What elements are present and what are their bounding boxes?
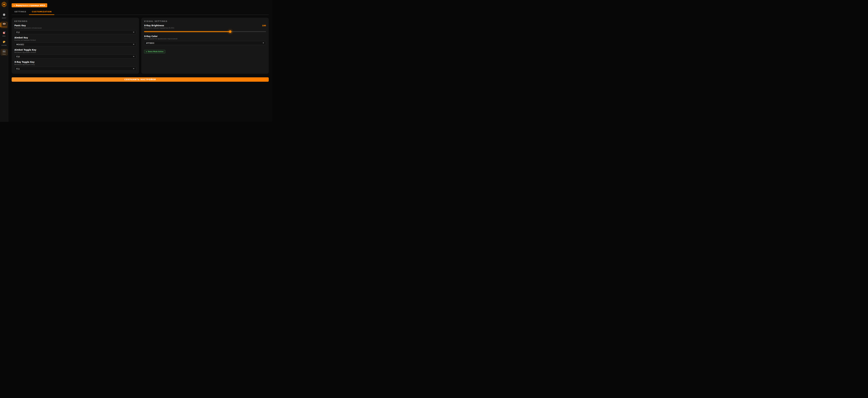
- keybinds-panel: KEYBINDS Panic Key Кнопка экстренного от…: [12, 18, 139, 74]
- palette-icon: [3, 40, 5, 44]
- aimbot-toggle-key-select[interactable]: F10: [14, 55, 136, 59]
- field-label: X-Ray Color: [144, 35, 266, 37]
- demo-mode-badge: Demo Mode Active: [144, 50, 165, 53]
- sidebar-item-label: MISC: [2, 35, 5, 37]
- field-description: Вкл/выкл функции Aimbot: [14, 52, 136, 53]
- save-settings-button[interactable]: СОХРАНИТЬ НАСТРОЙКИ: [12, 77, 269, 82]
- sidebar-item-label: VISUALS: [1, 26, 7, 28]
- field-label: Panic Key: [14, 24, 136, 27]
- panels-row: KEYBINDS Panic Key Кнопка экстренного от…: [12, 18, 269, 74]
- section-title: VISUAL SETTINGS: [144, 20, 266, 22]
- field-description: Кнопка экстренного отключения: [14, 27, 136, 29]
- eye-icon: [2, 22, 6, 26]
- section-title: KEYBINDS: [14, 20, 136, 22]
- field-label: X-Ray Toggle Key: [14, 61, 136, 63]
- sidebar-item-label: ASSIST: [2, 18, 6, 19]
- field-description: Мощность сияния подсветки (0-255): [144, 27, 266, 29]
- laptop-icon: [2, 50, 6, 53]
- brightness-slider[interactable]: [144, 30, 266, 33]
- field-description: Кнопка активации Aimbot: [14, 39, 136, 41]
- xray-brightness-field: X-Ray Brightness 180 Мощность сияния под…: [144, 24, 266, 33]
- field-label: Aimbot Key: [14, 36, 136, 39]
- xray-color-select[interactable]: #FF8800: [144, 41, 266, 45]
- main-content: ← Вернуться к странице APEX SETTINGS CUS…: [8, 0, 272, 82]
- active-indicator-bar: [1, 23, 1, 27]
- aimbot-key-field: Aimbot Key Кнопка активации Aimbot MOUSE…: [14, 36, 136, 47]
- field-description: Вкл/выкл функции X-Ray: [14, 64, 136, 65]
- xray-toggle-key-field: X-Ray Toggle Key Вкл/выкл функции X-Ray …: [14, 61, 136, 71]
- badge-label: Demo Mode Active: [148, 51, 163, 53]
- sidebar-item-label: TRIAL: [2, 54, 6, 55]
- chevron-down-icon: [133, 56, 134, 57]
- field-description: Цвет подсветки вражеских персонажей: [144, 38, 266, 39]
- chevron-down-icon: [133, 68, 134, 69]
- tab-settings[interactable]: SETTINGS: [12, 10, 29, 15]
- visual-settings-panel: VISUAL SETTINGS X-Ray Brightness 180 Мощ…: [141, 18, 269, 74]
- app-window: ASSIST VISUALS: [0, 0, 272, 122]
- tab-customization[interactable]: CUSTOMIZATION: [29, 10, 54, 15]
- select-value: #FF8800: [146, 42, 154, 44]
- select-value: F10: [16, 56, 20, 58]
- hexagon-logo-icon: [2, 2, 6, 8]
- back-to-apex-button[interactable]: ← Вернуться к странице APEX: [12, 3, 47, 7]
- aimbot-key-select[interactable]: MOUSE2: [14, 42, 136, 47]
- sidebar-item-visuals[interactable]: VISUALS: [1, 22, 8, 28]
- xray-color-field: X-Ray Color Цвет подсветки вражеских пер…: [144, 35, 266, 45]
- status-dot-icon: [146, 51, 147, 52]
- select-value: F11: [16, 68, 20, 70]
- gear-icon: [3, 13, 5, 17]
- chevron-down-icon: [262, 42, 264, 44]
- sidebar-item-misc[interactable]: MISC: [1, 30, 8, 37]
- select-value: F12: [16, 31, 20, 33]
- chevron-down-icon: [133, 32, 134, 33]
- tab-bar: SETTINGS CUSTOMIZATION: [12, 10, 269, 15]
- target-icon: [3, 31, 5, 35]
- active-tab-underline: [29, 15, 54, 15]
- brightness-value: 180: [262, 25, 266, 27]
- field-label: X-Ray Brightness: [144, 24, 164, 27]
- sidebar-item-colors[interactable]: COLORS: [1, 39, 8, 47]
- aimbot-toggle-key-field: Aimbot Toggle Key Вкл/выкл функции Aimbo…: [14, 49, 136, 59]
- sidebar-item-trial[interactable]: TRIAL: [1, 49, 8, 56]
- brightness-slider-thumb[interactable]: [229, 30, 231, 33]
- sidebar-item-label: COLORS: [2, 45, 7, 46]
- sidebar: ASSIST VISUALS: [0, 0, 8, 122]
- field-label: Aimbot Toggle Key: [14, 49, 136, 51]
- brightness-slider-fill: [144, 31, 230, 32]
- panic-key-select[interactable]: F12: [14, 30, 136, 34]
- select-value: MOUSE2: [16, 44, 24, 46]
- panic-key-field: Panic Key Кнопка экстренного отключения …: [14, 24, 136, 34]
- xray-toggle-key-select[interactable]: F11: [14, 67, 136, 71]
- sidebar-nav: ASSIST VISUALS: [0, 12, 8, 56]
- sidebar-item-assist[interactable]: ASSIST: [1, 12, 8, 20]
- chevron-down-icon: [133, 44, 134, 45]
